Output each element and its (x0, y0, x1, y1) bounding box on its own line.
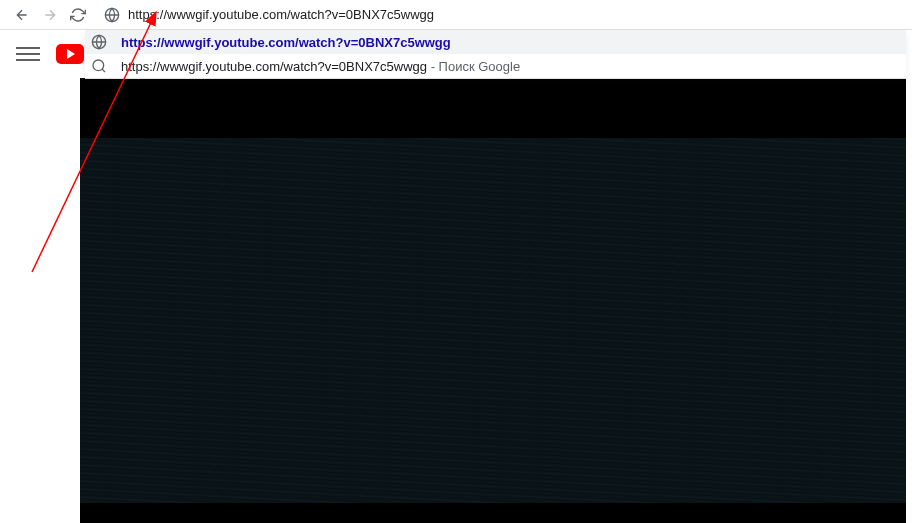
video-frame (80, 138, 906, 503)
video-player[interactable] (80, 78, 906, 523)
arrow-right-icon (42, 7, 58, 23)
suggestion-search[interactable]: https://wwwgif.youtube.com/watch?v=0BNX7… (85, 54, 906, 78)
search-icon (91, 58, 107, 74)
address-url: https://wwwgif.youtube.com/watch?v=0BNX7… (128, 7, 434, 22)
back-button[interactable] (8, 1, 36, 29)
reload-icon (70, 7, 86, 23)
arrow-left-icon (14, 7, 30, 23)
suggestion-url[interactable]: https://wwwgif.youtube.com/watch?v=0BNX7… (85, 30, 906, 54)
suggestion-text: https://wwwgif.youtube.com/watch?v=0BNX7… (121, 35, 451, 50)
suggestion-query: https://wwwgif.youtube.com/watch?v=0BNX7… (121, 59, 427, 74)
hamburger-menu-button[interactable] (16, 42, 40, 66)
browser-toolbar: https://wwwgif.youtube.com/watch?v=0BNX7… (0, 0, 912, 30)
page-content (0, 30, 912, 523)
youtube-logo-icon[interactable] (56, 44, 84, 64)
reload-button[interactable] (64, 1, 92, 29)
globe-icon (91, 34, 107, 50)
address-bar[interactable]: https://wwwgif.youtube.com/watch?v=0BNX7… (128, 1, 904, 29)
suggestion-suffix: - Поиск Google (427, 59, 520, 74)
omnibox-suggestions: https://wwwgif.youtube.com/watch?v=0BNX7… (85, 30, 906, 79)
forward-button[interactable] (36, 1, 64, 29)
svg-point-2 (93, 60, 104, 71)
globe-icon (104, 7, 120, 23)
suggestion-text: https://wwwgif.youtube.com/watch?v=0BNX7… (121, 59, 520, 74)
